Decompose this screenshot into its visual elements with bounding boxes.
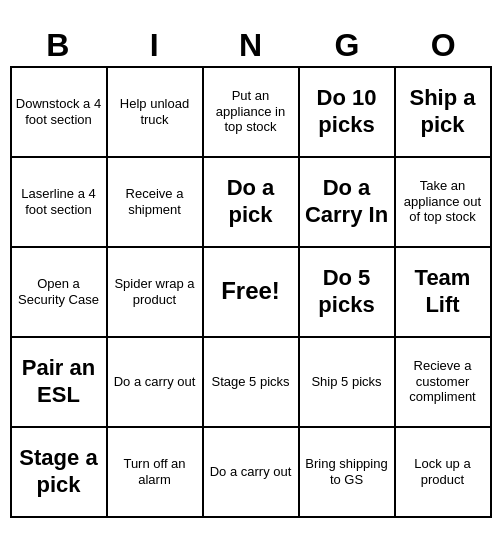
bingo-cell-18: Ship 5 picks — [300, 338, 396, 428]
bingo-cell-17: Stage 5 picks — [204, 338, 300, 428]
bingo-cell-23: Bring shipping to GS — [300, 428, 396, 518]
bingo-cell-16: Do a carry out — [108, 338, 204, 428]
bingo-letter-i: I — [109, 27, 199, 64]
bingo-cell-4: Ship a pick — [396, 68, 492, 158]
bingo-cell-15: Pair an ESL — [12, 338, 108, 428]
bingo-cell-7: Do a pick — [204, 158, 300, 248]
bingo-grid: Downstock a 4 foot sectionHelp unload tr… — [10, 66, 492, 518]
bingo-letter-b: B — [13, 27, 103, 64]
bingo-cell-1: Help unload truck — [108, 68, 204, 158]
bingo-header: BINGO — [10, 27, 492, 64]
bingo-cell-24: Lock up a product — [396, 428, 492, 518]
bingo-cell-6: Receive a shipment — [108, 158, 204, 248]
bingo-cell-19: Recieve a customer compliment — [396, 338, 492, 428]
bingo-letter-n: N — [205, 27, 295, 64]
bingo-cell-12: Free! — [204, 248, 300, 338]
bingo-card: BINGO Downstock a 4 foot sectionHelp unl… — [6, 23, 496, 522]
bingo-cell-2: Put an appliance in top stock — [204, 68, 300, 158]
bingo-cell-0: Downstock a 4 foot section — [12, 68, 108, 158]
bingo-cell-9: Take an appliance out of top stock — [396, 158, 492, 248]
bingo-cell-11: Spider wrap a product — [108, 248, 204, 338]
bingo-letter-o: O — [398, 27, 488, 64]
bingo-cell-3: Do 10 picks — [300, 68, 396, 158]
bingo-cell-13: Do 5 picks — [300, 248, 396, 338]
bingo-cell-22: Do a carry out — [204, 428, 300, 518]
bingo-cell-5: Laserline a 4 foot section — [12, 158, 108, 248]
bingo-cell-10: Open a Security Case — [12, 248, 108, 338]
bingo-letter-g: G — [302, 27, 392, 64]
bingo-cell-21: Turn off an alarm — [108, 428, 204, 518]
bingo-cell-8: Do a Carry In — [300, 158, 396, 248]
bingo-cell-20: Stage a pick — [12, 428, 108, 518]
bingo-cell-14: Team Lift — [396, 248, 492, 338]
